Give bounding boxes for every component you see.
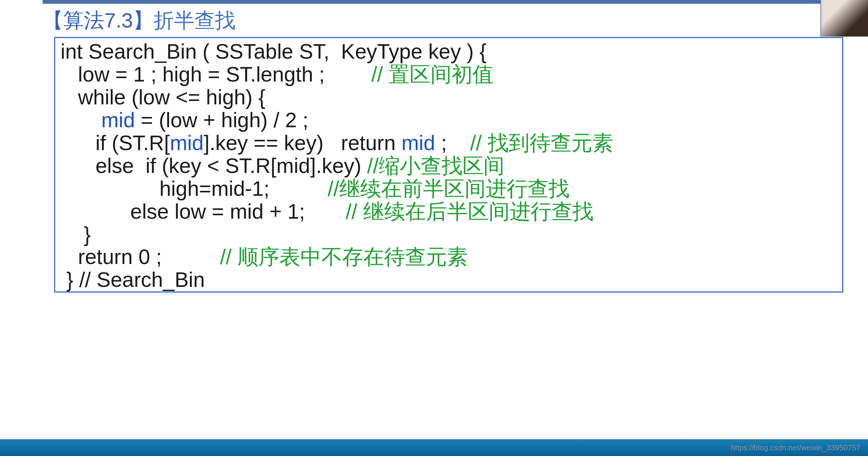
comment-narrow: //缩小查找区间 xyxy=(367,154,504,178)
code-line-11: } // Search_Bin xyxy=(61,268,205,291)
top-border xyxy=(43,0,825,4)
title-prefix: 【算法7.3】 xyxy=(43,9,153,32)
code-line-10a: return 0 ; xyxy=(61,245,220,269)
comment-init-range: // 置区间初值 xyxy=(371,62,493,86)
title-main: 折半查找 xyxy=(153,9,236,32)
slide-title: 【算法7.3】折半查找 xyxy=(0,4,868,35)
var-mid: mid xyxy=(402,131,436,155)
code-line-6a: else if (key < ST.R[mid].key) xyxy=(61,154,367,178)
code-line-9: } xyxy=(61,222,91,246)
code-line-7a: high=mid-1; xyxy=(61,177,328,200)
corner-thumbnail xyxy=(820,0,868,37)
code-line-3: while (low <= high) { xyxy=(61,85,265,109)
var-mid: mid xyxy=(170,131,204,155)
comment-not-found: // 顺序表中不存在待查元素 xyxy=(220,245,468,269)
code-line-1: int Search_Bin ( SSTable ST, KeyType key… xyxy=(61,40,487,63)
watermark-text: https://blog.csdn.net/weixin_33950757 xyxy=(731,443,860,452)
code-line-4a xyxy=(61,108,101,132)
code-line-8a: else low = mid + 1; xyxy=(61,200,346,223)
code-line-5a: if (ST.R[ xyxy=(61,131,170,155)
comment-first-half: //继续在前半区间进行查找 xyxy=(328,177,570,200)
code-line-4b: = (low + high) / 2 ; xyxy=(135,108,309,132)
code-line-5c: ; xyxy=(435,131,470,155)
code-block: int Search_Bin ( SSTable ST, KeyType key… xyxy=(54,37,843,293)
var-mid: mid xyxy=(101,108,135,132)
code-line-2: low = 1 ; high = ST.length ; xyxy=(61,62,371,86)
comment-second-half: // 继续在后半区间进行查找 xyxy=(346,200,594,223)
comment-found: // 找到待查元素 xyxy=(470,131,613,155)
code-line-5b: ].key == key) return xyxy=(204,131,402,155)
